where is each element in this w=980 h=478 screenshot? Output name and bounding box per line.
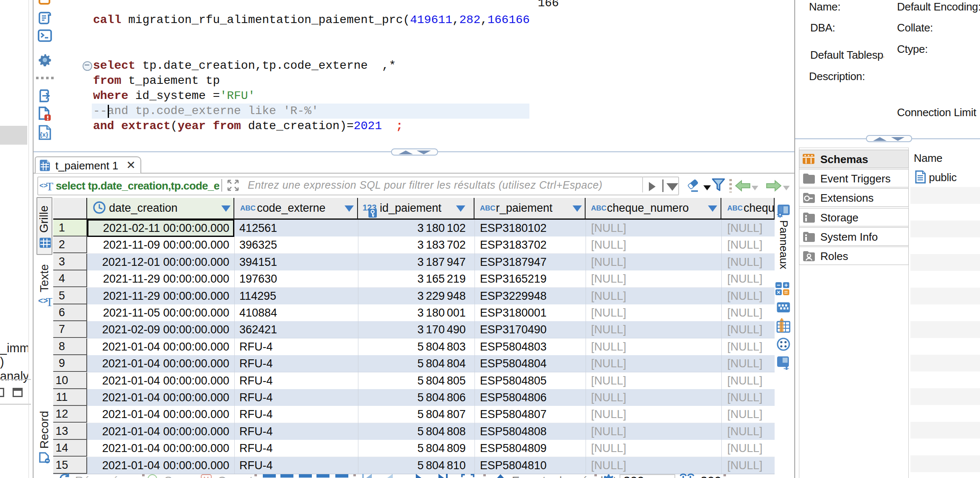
svg-text:T: T — [46, 295, 52, 309]
svg-text:T: T — [46, 180, 53, 192]
